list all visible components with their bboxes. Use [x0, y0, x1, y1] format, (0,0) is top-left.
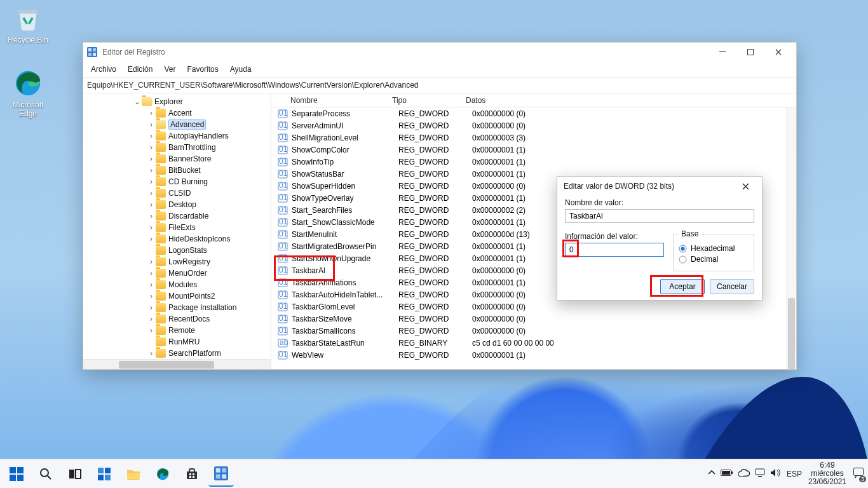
taskbar-search-button[interactable]	[33, 461, 58, 487]
tray-overflow-button[interactable]	[708, 469, 715, 478]
tree-item[interactable]: BitBucket	[83, 165, 271, 176]
tree-item[interactable]: Explorer	[83, 96, 271, 107]
dialog-titlebar[interactable]: Editar valor de DWORD (32 bits)	[557, 177, 762, 196]
microsoft-store-button[interactable]	[179, 461, 205, 487]
menu-edit[interactable]: Edición	[123, 63, 158, 76]
titlebar[interactable]: Editor del Registro	[83, 43, 796, 62]
value-row[interactable]: 011ServerAdminUIREG_DWORD0x00000000 (0)	[271, 119, 796, 132]
tree-expand-toggle[interactable]	[147, 177, 156, 186]
tree-expand-toggle[interactable]	[147, 292, 156, 301]
ok-button[interactable]: Aceptar	[660, 279, 705, 294]
tree-item[interactable]: SearchPlatform	[83, 348, 271, 359]
value-row[interactable]: 011WebViewREG_DWORD0x00000001 (1)	[271, 349, 796, 361]
col-data[interactable]: Datos	[459, 96, 796, 105]
close-button[interactable]	[764, 43, 792, 62]
language-indicator[interactable]: ESP	[787, 470, 802, 478]
value-data-field[interactable]	[565, 243, 664, 257]
tree-item[interactable]: BamThrottling	[83, 142, 271, 153]
desktop-recycle-bin[interactable]: Recycle Bin	[4, 4, 52, 44]
tree-expand-toggle[interactable]	[147, 326, 156, 335]
radio-hexadecimal[interactable]: Hexadecimal	[679, 244, 749, 253]
task-view-button[interactable]	[62, 461, 88, 487]
tree-expand-toggle[interactable]	[147, 223, 156, 232]
tree-item[interactable]: HideDesktopIcons	[83, 233, 271, 245]
list-header[interactable]: Nombre Tipo Datos	[271, 93, 796, 107]
tree-item[interactable]: Package Installation	[83, 302, 271, 313]
menu-help[interactable]: Ayuda	[225, 63, 257, 76]
menu-view[interactable]: Ver	[159, 63, 180, 76]
tree-item[interactable]: Discardable	[83, 210, 271, 222]
cancel-button[interactable]: Cancelar	[710, 279, 754, 294]
tree-expand-toggle[interactable]	[147, 349, 156, 358]
battery-icon[interactable]	[721, 469, 733, 478]
tree-item[interactable]: FileExts	[83, 222, 271, 233]
tree-expand-toggle[interactable]	[147, 257, 156, 266]
minimize-button[interactable]	[709, 43, 736, 62]
tree-item[interactable]: CLSID	[83, 187, 271, 199]
maximize-button[interactable]	[736, 43, 764, 62]
taskbar-clock[interactable]: 6:49 miércoles 23/06/2021	[808, 461, 846, 486]
tree-expand-toggle[interactable]	[147, 315, 156, 323]
col-type[interactable]: Tipo	[386, 96, 459, 105]
value-row[interactable]: 011ShellMigrationLevelREG_DWORD0x0000000…	[271, 132, 796, 144]
tree-item[interactable]: LowRegistry	[83, 256, 271, 268]
value-row[interactable]: 011ShowCompColorREG_DWORD0x00000001 (1)	[271, 144, 796, 156]
tree-expand-toggle[interactable]	[133, 97, 142, 106]
tree-expand-toggle[interactable]	[147, 189, 156, 198]
tree-expand-toggle[interactable]	[147, 280, 156, 289]
value-row[interactable]: 011SeparateProcessREG_DWORD0x00000000 (0…	[271, 107, 796, 119]
tree-expand-toggle[interactable]	[147, 109, 156, 118]
tree-expand-toggle[interactable]	[147, 212, 156, 220]
dialog-close-button[interactable]	[735, 177, 756, 196]
start-button[interactable]	[4, 461, 29, 487]
tree-expand-toggle[interactable]	[147, 166, 156, 175]
registry-tree[interactable]: ExplorerAccentAdvancedAutoplayHandlersBa…	[83, 93, 271, 369]
scrollbar-thumb[interactable]	[788, 298, 795, 369]
tree-horizontal-scrollbar[interactable]	[83, 359, 271, 369]
value-name-field[interactable]	[565, 209, 754, 223]
tree-expand-toggle[interactable]	[147, 303, 156, 312]
tree-expand-toggle[interactable]	[147, 200, 156, 209]
tree-item[interactable]: Advanced	[83, 119, 271, 130]
tree-item[interactable]: Modules	[83, 279, 271, 290]
menu-favorites[interactable]: Favoritos	[182, 63, 223, 76]
menu-file[interactable]: Archivo	[86, 63, 121, 76]
widgets-button[interactable]	[92, 461, 117, 487]
tree-item[interactable]: RunMRU	[83, 336, 271, 348]
value-row[interactable]: 011TaskbarSizeMoveREG_DWORD0x00000000 (0…	[271, 313, 796, 325]
value-row[interactable]: 011ShowInfoTipREG_DWORD0x00000001 (1)	[271, 156, 796, 168]
value-row[interactable]: 011TaskbarSmallIconsREG_DWORD0x00000000 …	[271, 325, 796, 337]
tree-item[interactable]: RecentDocs	[83, 313, 271, 325]
tree-item[interactable]: AutoplayHandlers	[83, 130, 271, 142]
tree-expand-toggle[interactable]	[147, 269, 156, 278]
notifications-button[interactable]: 3	[853, 467, 864, 480]
taskbar-edge-button[interactable]	[150, 461, 175, 487]
tree-expand-toggle[interactable]	[147, 132, 156, 140]
tree-item[interactable]: MenuOrder	[83, 268, 271, 279]
tree-item[interactable]: LogonStats	[83, 245, 271, 256]
tree-item[interactable]: MountPoints2	[83, 290, 271, 302]
tree-expand-toggle[interactable]	[147, 143, 156, 152]
tree-expand-toggle[interactable]	[147, 120, 156, 129]
tree-item[interactable]: BannerStore	[83, 153, 271, 165]
file-explorer-button[interactable]	[121, 461, 146, 487]
volume-icon[interactable]	[770, 468, 780, 479]
tree-item[interactable]: Accent	[83, 107, 271, 119]
radio-decimal[interactable]: Decimal	[679, 255, 749, 264]
value-row[interactable]: abTaskbarStateLastRunREG_BINARYc5 cd d1 …	[271, 337, 796, 349]
tree-item[interactable]: CD Burning	[83, 176, 271, 187]
onedrive-icon[interactable]	[738, 469, 750, 478]
col-name[interactable]: Nombre	[271, 96, 386, 105]
network-icon[interactable]	[755, 468, 765, 479]
list-vertical-scrollbar[interactable]	[786, 107, 796, 369]
address-bar[interactable]: Equipo\HKEY_CURRENT_USER\Software\Micros…	[83, 77, 796, 93]
tree-expand-toggle[interactable]	[147, 154, 156, 163]
tree-item[interactable]: Remote	[83, 325, 271, 336]
value-data: 0x00000001 (1)	[466, 158, 796, 166]
regedit-taskbar-button[interactable]	[208, 461, 234, 487]
scrollbar-thumb[interactable]	[119, 361, 214, 369]
tree-item[interactable]: Desktop	[83, 199, 271, 210]
tree-expand-toggle[interactable]	[147, 234, 156, 243]
desktop-microsoft-edge[interactable]: Microsoft Edge	[4, 69, 52, 118]
value-row[interactable]: 011TaskbarGlomLevelREG_DWORD0x00000000 (…	[271, 301, 796, 313]
